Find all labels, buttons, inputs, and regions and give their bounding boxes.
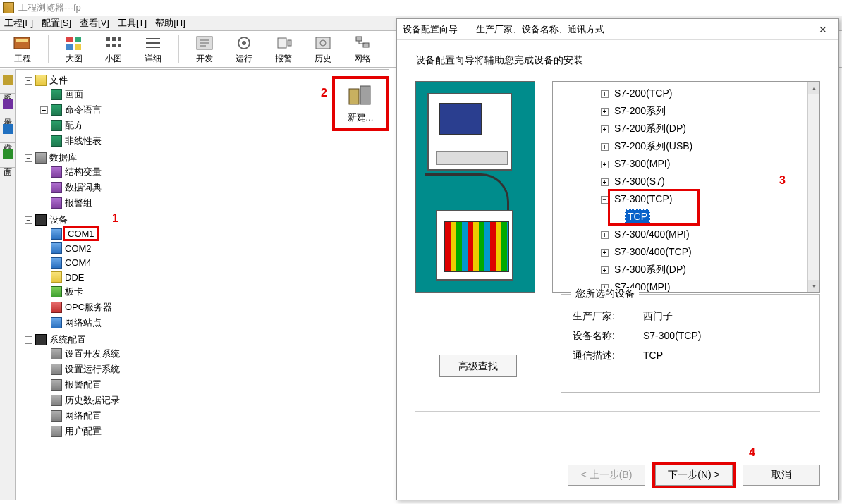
dev-tree-item[interactable]: S7-300(S7) <box>614 176 665 187</box>
dev-tree-item[interactable]: S7-300/400(MPI) <box>614 228 690 240</box>
svg-rect-24 <box>349 89 359 104</box>
tree-item[interactable]: 结构变量 <box>65 166 102 177</box>
tree-item[interactable]: COM2 <box>65 243 92 254</box>
tool-network[interactable]: 网络 <box>343 32 382 66</box>
tree-item[interactable]: DDE <box>65 272 84 283</box>
tree-item[interactable]: 网络站点 <box>65 317 102 328</box>
dev-tree-item[interactable]: S7-200系列(USB) <box>614 140 692 152</box>
dev-tree-item[interactable]: S7-200系列 <box>614 105 666 116</box>
tree-item[interactable]: 数据词典 <box>65 182 102 192</box>
dev-tree-item[interactable]: S7-300/400(TCP) <box>614 246 692 257</box>
sysconf-icon <box>35 334 47 345</box>
tree-item[interactable]: 历史数据记录 <box>65 395 120 405</box>
value-mfg: 西门子 <box>643 310 673 323</box>
device-tree[interactable]: +S7-200(TCP) +S7-200系列 +S7-200系列(DP) +S7… <box>552 81 820 293</box>
next-button[interactable]: 下一步(N) > <box>655 465 733 486</box>
svg-rect-5 <box>75 44 81 50</box>
tree-item[interactable]: 板卡 <box>65 286 83 297</box>
svg-rect-6 <box>106 37 110 41</box>
selected-device-box: 您所选的设备 生产厂家:西门子 设备名称:S7-300(TCP) 通信描述:TC… <box>561 294 820 393</box>
tree-device[interactable]: 设备 <box>49 214 68 225</box>
dev-tree-item[interactable]: S7-200(TCP) <box>614 87 672 99</box>
close-icon[interactable]: ✕ <box>813 24 833 35</box>
structvar-icon <box>51 166 62 178</box>
tool-smallicon[interactable]: 小图 <box>94 32 133 66</box>
tool-detail-label: 详细 <box>145 53 161 65</box>
svg-rect-10 <box>112 44 116 47</box>
db-icon <box>35 152 47 164</box>
tool-detail[interactable]: 详细 <box>133 32 173 66</box>
card-icon <box>51 286 62 297</box>
new-label: 新建... <box>348 111 374 124</box>
dev-tree-item[interactable]: S7-300(MPI) <box>614 158 670 169</box>
dev-tree-item[interactable]: S7-200系列(DP) <box>614 123 686 134</box>
project-tree[interactable]: −文件 画面 +命令语言 配方 非线性表 −数据库 结构变量 数据词典 报警组 … <box>16 69 389 500</box>
dev-tree-child-selected[interactable]: TCP <box>625 209 650 223</box>
tool-project[interactable]: 工程 <box>3 32 42 66</box>
expander[interactable]: − <box>25 77 32 85</box>
tree-com1[interactable]: COM1 <box>65 228 97 239</box>
tree-item[interactable]: 非线性表 <box>65 135 102 146</box>
cancel-button[interactable]: 取消 <box>743 465 820 486</box>
tree-item[interactable]: 设置开发系统 <box>65 348 120 359</box>
tool-alarm-label: 报警 <box>275 53 292 65</box>
dialog-heading: 设备配置向导将辅助您完成设备的安装 <box>415 54 820 67</box>
menu-help[interactable]: 帮助[H] <box>155 17 185 30</box>
vtab-system[interactable]: 系统 <box>0 69 15 94</box>
tree-item[interactable]: 用户配置 <box>65 426 102 436</box>
selected-legend: 您所选的设备 <box>571 288 639 300</box>
tool-alarm[interactable]: 报警 <box>264 32 303 66</box>
tree-sysconfig[interactable]: 系统配置 <box>49 334 86 345</box>
titlebar: 工程浏览器---fp <box>0 0 842 16</box>
alarmcfg-icon <box>51 379 62 391</box>
label-name: 设备名称: <box>573 330 643 343</box>
scrollbar[interactable] <box>807 82 819 292</box>
expander[interactable]: − <box>25 216 32 224</box>
expander[interactable]: − <box>25 154 32 162</box>
tree-item[interactable]: COM4 <box>65 257 92 268</box>
device-wizard-dialog: 设备配置向导——生产厂家、设备名称、通讯方式 ✕ 设备配置向导将辅助您完成设备的… <box>396 18 839 500</box>
svg-point-17 <box>242 41 246 45</box>
menu-view[interactable]: 查看[V] <box>80 17 109 30</box>
tool-history[interactable]: 历史 <box>303 32 343 66</box>
network-icon <box>353 35 372 51</box>
tree-item[interactable]: 命令语言 <box>65 104 102 115</box>
cmdlang-icon <box>51 104 62 116</box>
tree-item[interactable]: 设置运行系统 <box>65 364 120 374</box>
menu-config[interactable]: 配置[S] <box>42 17 71 30</box>
tree-item[interactable]: 报警配置 <box>65 379 102 390</box>
vtab-screen[interactable]: 画面 <box>0 143 15 168</box>
tree-item[interactable]: 画面 <box>65 89 83 99</box>
menu-project[interactable]: 工程[F] <box>4 17 33 30</box>
tree-item[interactable]: 报警组 <box>65 197 92 208</box>
new-item-button[interactable]: 新建... <box>332 76 389 131</box>
tool-run[interactable]: 运行 <box>224 32 264 66</box>
tree-item[interactable]: OPC服务器 <box>65 302 112 312</box>
wizard-illustration <box>415 81 535 293</box>
tree-database[interactable]: 数据库 <box>49 152 77 163</box>
bigicon-icon <box>64 35 84 51</box>
tool-bigicon[interactable]: 大图 <box>54 32 94 66</box>
tool-bigicon-label: 大图 <box>66 53 83 65</box>
tool-network-label: 网络 <box>354 53 371 65</box>
vtab-variable[interactable]: 变量 <box>0 94 15 118</box>
tree-item[interactable]: 网络配置 <box>65 410 102 421</box>
expander[interactable]: − <box>25 336 32 344</box>
svg-rect-8 <box>118 37 121 41</box>
expander[interactable]: + <box>40 106 48 114</box>
vtab-site[interactable]: 站点 <box>0 118 15 143</box>
svg-rect-9 <box>106 44 110 47</box>
left-tabs: 系统 变量 站点 画面 <box>0 69 16 500</box>
tree-files[interactable]: 文件 <box>49 75 68 85</box>
dev-tree-item-expanded[interactable]: S7-300(TCP) <box>614 193 672 204</box>
svg-rect-0 <box>14 37 30 49</box>
variable-tab-icon <box>3 99 13 109</box>
tool-dev-label: 开发 <box>196 53 213 65</box>
dev-tree-item[interactable]: S7-300系列(DP) <box>614 264 686 275</box>
netsite-icon <box>51 317 62 328</box>
menu-tools[interactable]: 工具[T] <box>118 17 147 30</box>
runsys-icon <box>51 364 62 375</box>
tool-dev[interactable]: 开发 <box>185 32 224 66</box>
tree-item[interactable]: 配方 <box>65 120 83 130</box>
advanced-search-button[interactable]: 高级查找 <box>439 355 517 377</box>
